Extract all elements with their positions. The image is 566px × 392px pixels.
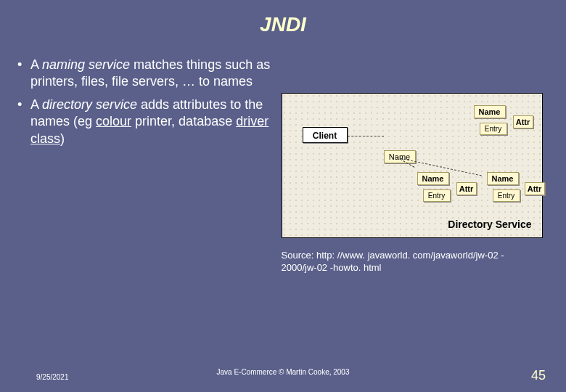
- diagram-column: Client Name Entry Attr Name Name Entry A…: [279, 57, 544, 274]
- directory-service-diagram: Client Name Entry Attr Name Name Entry A…: [282, 93, 543, 238]
- bullet-item-1: A naming service matches things such as …: [15, 57, 279, 91]
- term-naming-service: naming service: [42, 57, 130, 72]
- content-row: A naming service matches things such as …: [0, 57, 566, 274]
- page-title: JNDI: [0, 0, 566, 36]
- connector-line: [348, 136, 384, 136]
- text: A: [30, 97, 42, 112]
- name-box: Name: [417, 172, 449, 185]
- attr-box: Attr: [456, 182, 477, 195]
- name-label: Name: [384, 150, 416, 163]
- text: A: [30, 57, 42, 72]
- client-box: Client: [303, 127, 348, 143]
- underlined-colour: colour: [96, 114, 131, 128]
- source-line: Source: http: //www. javaworld. com/java…: [282, 250, 504, 261]
- source-citation: Source: http: //www. javaworld. com/java…: [282, 250, 543, 274]
- service-label: Directory Service: [448, 219, 531, 230]
- term-directory-service: directory service: [42, 97, 137, 112]
- text: printer, database: [131, 114, 236, 128]
- attr-box: Attr: [513, 115, 533, 128]
- entry-box: Entry: [480, 123, 507, 135]
- footer-date: 9/25/2021: [36, 373, 69, 381]
- entry-box: Entry: [423, 189, 451, 202]
- bullet-list: A naming service matches things such as …: [15, 57, 279, 274]
- text: ): [60, 131, 65, 146]
- footer-copyright: Java E-Commerce © Martin Cooke, 2003: [217, 368, 350, 376]
- source-line: 2000/jw-02 -howto. html: [282, 262, 382, 273]
- footer: 9/25/2021 Java E-Commerce © Martin Cooke…: [0, 368, 566, 383]
- page-number: 45: [531, 368, 546, 383]
- entry-box: Entry: [493, 189, 520, 202]
- name-box: Name: [487, 172, 519, 185]
- name-box: Name: [474, 105, 506, 118]
- attr-box: Attr: [525, 182, 545, 195]
- bullet-item-2: A directory service adds attributes to t…: [15, 97, 279, 147]
